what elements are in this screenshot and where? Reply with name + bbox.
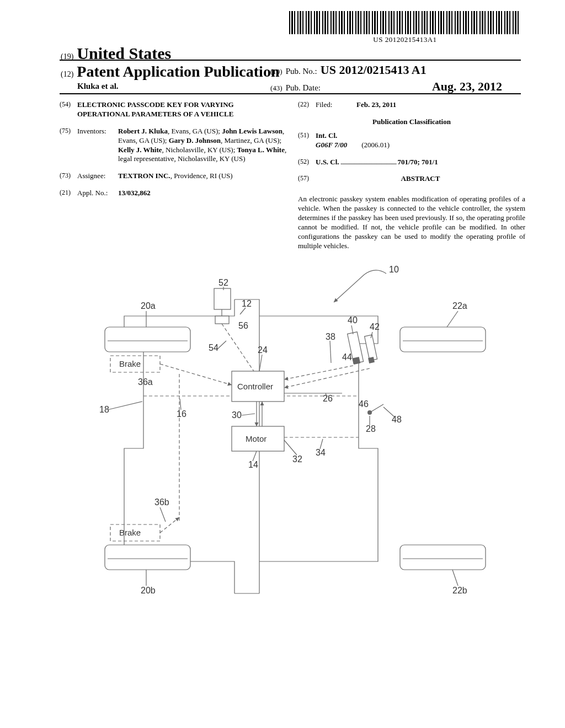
svg-rect-3 bbox=[400, 327, 486, 352]
svg-rect-1 bbox=[105, 327, 190, 352]
svg-text:38: 38 bbox=[326, 332, 335, 341]
svg-text:20a: 20a bbox=[141, 301, 156, 311]
barcode-number: US 20120215413A1 bbox=[289, 35, 521, 44]
svg-text:20b: 20b bbox=[141, 586, 156, 595]
svg-line-26 bbox=[160, 517, 179, 533]
svg-text:16: 16 bbox=[177, 409, 186, 419]
svg-text:30: 30 bbox=[232, 410, 242, 420]
svg-text:26: 26 bbox=[323, 394, 333, 403]
svg-rect-29 bbox=[353, 357, 360, 365]
divider-top bbox=[60, 60, 521, 61]
svg-line-62 bbox=[180, 399, 181, 410]
svg-text:10: 10 bbox=[389, 265, 399, 274]
svg-text:44: 44 bbox=[342, 352, 352, 362]
appl-no-value: 13/032,862 bbox=[118, 189, 287, 198]
svg-rect-7 bbox=[400, 545, 486, 570]
header-right: (10) Pub. No.: US 2012/0215413 A1 (43) P… bbox=[270, 63, 502, 96]
barcode-graphic bbox=[289, 11, 521, 34]
svg-line-48 bbox=[218, 341, 226, 349]
svg-text:28: 28 bbox=[366, 424, 376, 433]
filed-label: Filed: bbox=[316, 100, 356, 110]
svg-text:Controller: Controller bbox=[237, 382, 273, 391]
invention-title: ELECTRONIC PASSCODE KEY FOR VARYING OPER… bbox=[77, 100, 287, 119]
svg-line-64 bbox=[242, 414, 255, 415]
right-column: (22) Filed: Feb. 23, 2011 Publication Cl… bbox=[298, 100, 525, 251]
svg-line-35 bbox=[370, 404, 383, 413]
appl-no-label: Appl. No.: bbox=[77, 189, 118, 198]
svg-text:52: 52 bbox=[218, 278, 228, 287]
inventors-code: (75) bbox=[60, 127, 77, 164]
svg-text:36a: 36a bbox=[138, 377, 153, 387]
intcl-value: Int. Cl. G06F 7/00 (2006.01) bbox=[316, 131, 525, 150]
svg-text:22b: 22b bbox=[452, 586, 467, 595]
pub-type: Patent Application Publication bbox=[77, 63, 279, 81]
patent-figure: .ln { stroke: #666; stroke-width: 1.2; f… bbox=[77, 264, 497, 606]
svg-line-32 bbox=[284, 368, 370, 388]
svg-text:56: 56 bbox=[238, 321, 248, 330]
abstract-heading: ABSTRACT bbox=[316, 174, 525, 184]
inventors-list: Robert J. Kluka, Evans, GA (US); John Le… bbox=[118, 127, 287, 164]
svg-line-69 bbox=[383, 407, 395, 417]
barcode-area: US 20120215413A1 bbox=[289, 11, 521, 44]
svg-rect-5 bbox=[105, 545, 190, 570]
svg-line-45 bbox=[447, 311, 458, 327]
svg-line-24 bbox=[160, 364, 232, 385]
pub-date-code: (43) bbox=[270, 84, 282, 93]
svg-rect-17 bbox=[214, 288, 231, 309]
svg-text:Brake: Brake bbox=[119, 528, 141, 537]
svg-rect-30 bbox=[368, 357, 375, 363]
svg-text:40: 40 bbox=[348, 315, 358, 325]
svg-text:14: 14 bbox=[248, 460, 258, 469]
svg-line-31 bbox=[284, 366, 353, 379]
svg-line-59 bbox=[108, 402, 142, 410]
bibliographic-data: (54) ELECTRONIC PASSCODE KEY FOR VARYING… bbox=[60, 100, 525, 251]
svg-line-36 bbox=[334, 275, 364, 302]
svg-text:42: 42 bbox=[370, 322, 380, 331]
title-code: (54) bbox=[60, 100, 77, 119]
abstract-text: An electronic passkey system enables mod… bbox=[298, 195, 525, 250]
abstract-code: (57) bbox=[298, 174, 316, 187]
svg-text:36b: 36b bbox=[154, 497, 169, 507]
assignee-value: TEXTRON INC., Providence, RI (US) bbox=[118, 172, 287, 181]
svg-line-75 bbox=[284, 440, 297, 455]
svg-line-52 bbox=[330, 341, 331, 363]
pub-date-value: Aug. 23, 2012 bbox=[432, 79, 502, 94]
pub-date-label: Pub. Date: bbox=[286, 83, 321, 93]
svg-text:22a: 22a bbox=[452, 301, 467, 311]
svg-text:46: 46 bbox=[359, 399, 369, 409]
intcl-code: (51) bbox=[298, 131, 316, 150]
uscl-value: U.S. Cl. 701/70; 701/1 bbox=[316, 158, 525, 167]
filed-code: (22) bbox=[298, 100, 316, 110]
left-column: (54) ELECTRONIC PASSCODE KEY FOR VARYING… bbox=[60, 100, 287, 251]
svg-line-20 bbox=[222, 324, 254, 371]
assignee-code: (73) bbox=[60, 172, 77, 181]
svg-text:32: 32 bbox=[292, 454, 302, 464]
uscl-code: (52) bbox=[298, 158, 316, 167]
pub-no-label: Pub. No.: bbox=[286, 67, 317, 76]
filed-value: Feb. 23, 2011 bbox=[356, 100, 525, 110]
pub-no-value: US 2012/0215413 A1 bbox=[321, 63, 427, 77]
svg-text:24: 24 bbox=[258, 345, 268, 355]
svg-text:54: 54 bbox=[209, 343, 218, 352]
svg-rect-28 bbox=[365, 335, 377, 361]
svg-line-41 bbox=[240, 308, 246, 314]
svg-text:12: 12 bbox=[242, 299, 252, 308]
pub-no-code: (10) bbox=[270, 67, 282, 76]
author-line: Kluka et al. bbox=[77, 82, 119, 91]
pub-type-code: (12) bbox=[61, 70, 73, 79]
svg-text:34: 34 bbox=[316, 448, 326, 457]
assignee-label: Assignee: bbox=[77, 172, 118, 181]
svg-rect-19 bbox=[215, 316, 229, 324]
svg-line-50 bbox=[259, 355, 262, 371]
svg-text:Brake: Brake bbox=[119, 359, 141, 368]
svg-line-83 bbox=[452, 570, 458, 586]
classification-heading: Publication Classification bbox=[298, 117, 525, 127]
svg-text:Motor: Motor bbox=[246, 434, 266, 443]
divider-bottom bbox=[60, 93, 521, 94]
inventors-label: Inventors: bbox=[77, 127, 118, 164]
appl-no-code: (21) bbox=[60, 189, 77, 198]
svg-line-79 bbox=[160, 507, 166, 522]
